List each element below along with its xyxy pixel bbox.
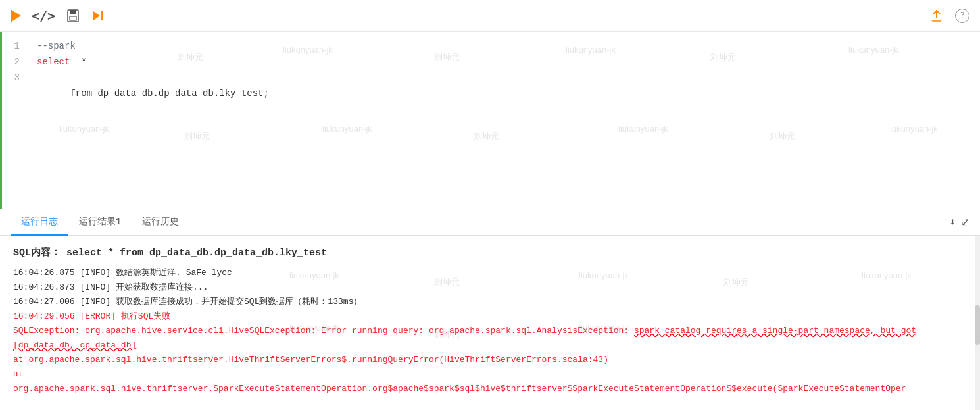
bottom-tabs: 运行日志 运行结果1 运行历史 ⬇ ⤢: [0, 209, 980, 236]
line-numbers: 1 2 3: [0, 32, 26, 209]
tab-run-history[interactable]: 运行历史: [132, 209, 189, 236]
play-button[interactable]: [11, 9, 21, 22]
line-number-3: 3: [2, 70, 26, 86]
code-editor[interactable]: --spark select * from dp_data_db.dp_data…: [26, 32, 980, 209]
toolbar-right: ?: [929, 8, 969, 24]
scrollbar-thumb[interactable]: [975, 305, 980, 345]
sql-content-header: SQL内容： select * from dp_data_db.dp_data_…: [13, 246, 967, 261]
line-number-1: 1: [2, 38, 26, 54]
log-line-error-2: SQLException: org.apache.hive.service.cl…: [13, 324, 967, 353]
line-number-2: 2: [2, 54, 26, 70]
log-line-error-1: 16:04:29.056 [ERROR] 执行SQL失败: [13, 309, 967, 324]
code-line-2: select *: [37, 54, 969, 70]
log-line-2: 16:04:26.873 [INFO] 开始获取数据库连接...: [13, 280, 967, 295]
upload-button[interactable]: [929, 8, 944, 24]
tabs-controls: ⬇ ⤢: [949, 216, 969, 229]
log-line-1: 16:04:26.875 [INFO] 数结源英斯近洋. SaFe_lycc: [13, 266, 967, 280]
help-button[interactable]: ?: [955, 9, 969, 23]
code-line-3: from dp_data_db.dp_data_db.lky_test;: [37, 70, 969, 117]
scrollbar[interactable]: [975, 236, 980, 410]
log-line-error-5: org.apache.spark.sql.hive.thriftserver.S…: [13, 382, 967, 396]
code-button[interactable]: </>: [32, 8, 55, 24]
editor-area: 1 2 3 --spark select * from dp_data_db.d…: [0, 32, 980, 209]
log-line-error-4: at: [13, 367, 967, 382]
svg-marker-3: [93, 11, 100, 20]
log-line-3: 16:04:27.006 [INFO] 获取数据库连接成功，并开始提交SQL到数…: [13, 295, 967, 309]
tabs-list: 运行日志 运行结果1 运行历史: [11, 209, 189, 236]
svg-rect-2: [70, 16, 76, 20]
toolbar-left: </>: [11, 8, 105, 24]
log-line-error-3: at org.apache.spark.sql.hive.thriftserve…: [13, 353, 967, 367]
save-button[interactable]: [66, 9, 80, 23]
toolbar: </> ?: [0, 0, 980, 32]
tab-run-log[interactable]: 运行日志: [11, 209, 68, 236]
expand-icon[interactable]: ⤢: [961, 216, 969, 229]
svg-rect-4: [101, 11, 103, 20]
step-forward-button[interactable]: [91, 9, 105, 23]
svg-rect-1: [70, 10, 76, 14]
tab-run-result[interactable]: 运行结果1: [68, 209, 132, 236]
log-area: SQL内容： select * from dp_data_db.dp_data_…: [0, 236, 980, 410]
collapse-icon[interactable]: ⬇: [949, 216, 956, 229]
code-line-1: --spark: [37, 38, 969, 54]
